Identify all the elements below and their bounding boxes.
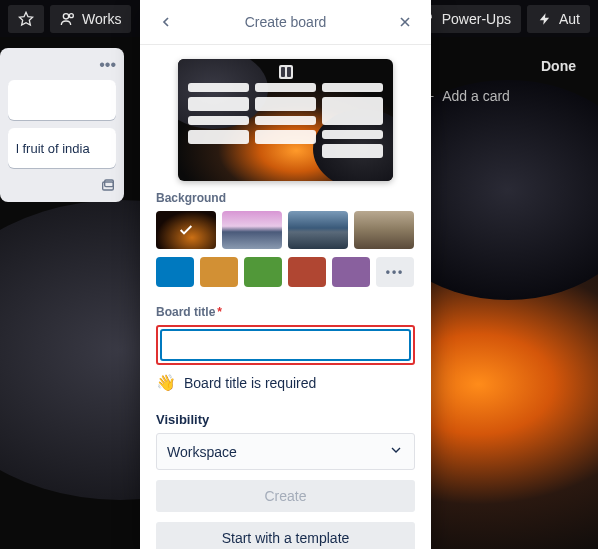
svg-rect-4 [105, 180, 114, 187]
preview-wrap [140, 45, 431, 191]
visibility-label: Visibility [156, 412, 415, 427]
list-item[interactable]: l fruit of india [8, 128, 116, 168]
board-title-input[interactable] [160, 329, 411, 361]
svg-marker-0 [19, 12, 32, 25]
list-menu[interactable]: ••• [8, 56, 116, 80]
visibility-select[interactable]: Workspace [156, 433, 415, 470]
dialog-title: Create board [178, 14, 393, 30]
bg-image-3[interactable] [288, 211, 348, 249]
ellipsis-icon: ••• [99, 56, 116, 74]
add-card-button[interactable]: + Add a card [416, 80, 586, 112]
card-template-icon[interactable] [8, 176, 116, 194]
wave-icon: 👋 [156, 373, 176, 392]
bg-color-2[interactable] [200, 257, 238, 287]
bg-color-1[interactable] [156, 257, 194, 287]
bolt-icon [537, 11, 553, 27]
back-button[interactable] [154, 10, 178, 34]
done-title: Done [416, 52, 586, 80]
chevron-down-icon [388, 442, 404, 461]
add-card-label: Add a card [442, 88, 510, 104]
bg-color-3[interactable] [244, 257, 282, 287]
title-field-highlight [156, 325, 415, 365]
svg-point-1 [63, 13, 68, 18]
hint-text: Board title is required [184, 375, 316, 391]
bg-image-4[interactable] [354, 211, 414, 249]
create-button[interactable]: Create [156, 480, 415, 512]
template-button[interactable]: Start with a template [156, 522, 415, 549]
workspaces-label: Works [82, 11, 121, 27]
title-section: Board title* 👋 Board title is required [140, 305, 431, 412]
visibility-section: Visibility Workspace Create Start with a… [140, 412, 431, 549]
star-icon [18, 11, 34, 27]
svg-point-2 [69, 13, 73, 17]
list-column: ••• l fruit of india [0, 48, 124, 202]
background-section: Background ••• [140, 191, 431, 305]
required-asterisk: * [217, 305, 222, 319]
bg-color-5[interactable] [332, 257, 370, 287]
create-board-dialog: Create board Background ••• [140, 0, 431, 549]
bg-color-4[interactable] [288, 257, 326, 287]
close-button[interactable] [393, 10, 417, 34]
title-hint: 👋 Board title is required [156, 373, 415, 402]
background-label: Background [156, 191, 415, 205]
card-text: l fruit of india [16, 141, 90, 156]
check-icon [156, 211, 216, 249]
visibility-value: Workspace [167, 444, 237, 460]
list-item[interactable] [8, 80, 116, 120]
automation-button[interactable]: Aut [527, 5, 590, 33]
powerups-label: Power-Ups [442, 11, 511, 27]
title-label: Board title* [156, 305, 415, 319]
workspaces-button[interactable]: Works [50, 5, 131, 33]
board-preview [178, 59, 393, 181]
bg-more-button[interactable]: ••• [376, 257, 414, 287]
trello-icon [279, 65, 293, 79]
people-icon [60, 11, 76, 27]
bg-image-2[interactable] [222, 211, 282, 249]
bg-image-1[interactable] [156, 211, 216, 249]
star-button[interactable] [8, 5, 44, 33]
automation-label: Aut [559, 11, 580, 27]
dialog-header: Create board [140, 0, 431, 45]
done-column: Done + Add a card [416, 52, 586, 112]
